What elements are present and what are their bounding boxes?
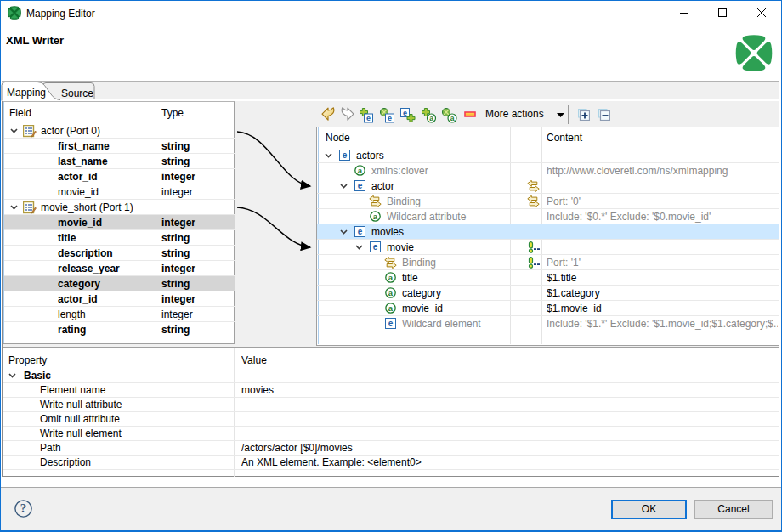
svg-text:e: e [358,227,363,236]
svg-text:e: e [358,181,363,190]
svg-text:a: a [388,273,394,282]
svg-text:e: e [403,109,407,117]
svg-text:a: a [388,303,394,313]
svg-text:a: a [450,114,455,122]
svg-text:?: ? [20,501,27,515]
svg-text:e: e [366,114,371,122]
svg-text:e: e [373,242,378,252]
svg-text:e: e [388,319,394,328]
svg-text:e: e [343,150,348,160]
svg-text:a: a [358,166,363,175]
svg-text:a: a [373,212,378,221]
svg-text:a: a [388,288,394,297]
svg-text:a: a [429,114,434,122]
svg-text:e: e [388,114,392,122]
